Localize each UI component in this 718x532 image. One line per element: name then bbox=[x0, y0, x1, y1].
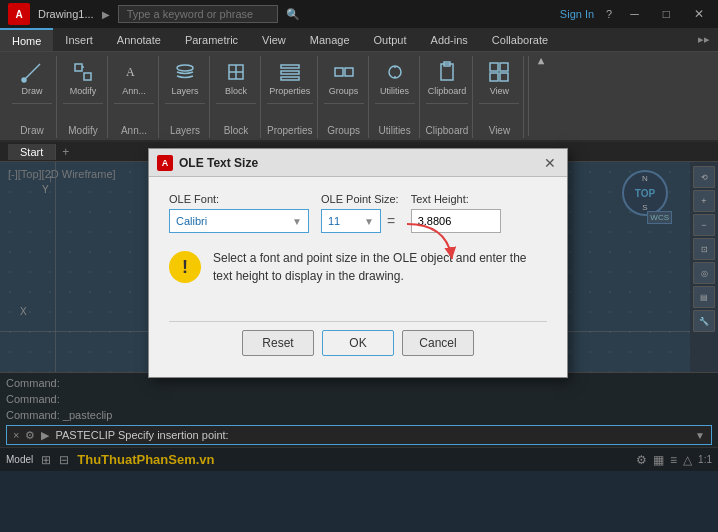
sidebar-btn-7[interactable]: 🔧 bbox=[693, 310, 715, 332]
annotate-button[interactable]: A Ann... bbox=[114, 56, 154, 100]
cmd-search-icon: ▶ bbox=[41, 429, 49, 442]
tab-manage[interactable]: Manage bbox=[298, 28, 362, 51]
title-arrow: ▶ bbox=[102, 9, 110, 20]
status-bar: Model ⊞ ⊟ ThuThuatPhanSem.vn ⚙ ▦ ≡ △ 1:1 bbox=[0, 447, 718, 471]
watermark: ThuThuatPhanSem.vn bbox=[77, 452, 214, 467]
annotate-label: Ann... bbox=[121, 125, 147, 138]
ribbon-overflow-icon[interactable]: ▸▸ bbox=[698, 33, 710, 46]
status-icon-2[interactable]: ▦ bbox=[653, 453, 664, 467]
signin-link[interactable]: Sign In bbox=[560, 8, 594, 20]
ole-point-size-value: 11 bbox=[328, 215, 340, 227]
sidebar-btn-5[interactable]: ◎ bbox=[693, 262, 715, 284]
info-icon: ! bbox=[169, 251, 201, 283]
status-snap-icon[interactable]: ⊟ bbox=[59, 453, 69, 467]
dialog-close-button[interactable]: ✕ bbox=[541, 154, 559, 172]
draw-button[interactable]: Draw bbox=[12, 56, 52, 100]
command-area: Command: Command: Command: _pasteclip × … bbox=[0, 372, 718, 447]
reset-button[interactable]: Reset bbox=[242, 330, 314, 356]
tab-start[interactable]: Start bbox=[8, 144, 56, 160]
dialog-fields-row: OLE Font: Calibri ▼ OLE Point Size: 11 ▼… bbox=[169, 193, 547, 233]
tab-annotate[interactable]: Annotate bbox=[105, 28, 173, 51]
text-height-group: Text Height: bbox=[411, 193, 501, 233]
cancel-button[interactable]: Cancel bbox=[402, 330, 474, 356]
ribbon-group-draw: Draw Draw bbox=[8, 56, 57, 138]
status-grid-icon[interactable]: ⊞ bbox=[41, 453, 51, 467]
draw-label: Draw bbox=[20, 125, 43, 138]
ole-point-size-group: OLE Point Size: 11 ▼ = bbox=[321, 193, 399, 233]
svg-line-0 bbox=[24, 64, 40, 80]
cmd-label-3: Command: _pasteclip bbox=[6, 409, 112, 421]
view-button[interactable]: View bbox=[479, 56, 519, 100]
properties-button[interactable]: Properties bbox=[270, 56, 310, 100]
block-label: Block bbox=[224, 125, 248, 138]
sidebar-btn-6[interactable]: ▤ bbox=[693, 286, 715, 308]
utilities-button[interactable]: Utilities bbox=[375, 56, 415, 100]
svg-rect-11 bbox=[281, 71, 299, 74]
cmd-label-1: Command: bbox=[6, 377, 60, 389]
tab-view[interactable]: View bbox=[250, 28, 298, 51]
info-text: Select a font and point size in the OLE … bbox=[213, 249, 547, 285]
sidebar-btn-4[interactable]: ⊡ bbox=[693, 238, 715, 260]
svg-point-1 bbox=[22, 78, 26, 82]
help-icon[interactable]: ? bbox=[606, 8, 612, 20]
dialog-logo: A bbox=[157, 155, 173, 171]
equals-sign: = bbox=[387, 213, 395, 229]
block-button[interactable]: Block bbox=[216, 56, 256, 100]
title-bar-right: Sign In ? ─ □ ✕ bbox=[560, 7, 710, 21]
sidebar-btn-2[interactable]: + bbox=[693, 190, 715, 212]
clipboard-label: Clipboard bbox=[426, 125, 469, 138]
tab-collaborate[interactable]: Collaborate bbox=[480, 28, 560, 51]
layers-button[interactable]: Layers bbox=[165, 56, 205, 100]
sidebar-btn-3[interactable]: − bbox=[693, 214, 715, 236]
title-bar-left: A Drawing1... ▶ 🔍 bbox=[8, 3, 300, 25]
cmd-label-2: Command: bbox=[6, 393, 60, 405]
command-input-bar: × ⚙ ▶ PASTECLIP Specify insertion point:… bbox=[6, 425, 712, 445]
svg-rect-3 bbox=[84, 73, 91, 80]
dialog-ole-text-size: A OLE Text Size ✕ OLE Font: Calibri ▼ OL… bbox=[148, 148, 568, 378]
text-height-label: Text Height: bbox=[411, 193, 501, 205]
tab-home[interactable]: Home bbox=[0, 28, 53, 51]
new-tab-icon[interactable]: + bbox=[56, 145, 75, 159]
status-model[interactable]: Model bbox=[6, 454, 33, 465]
svg-rect-20 bbox=[490, 63, 498, 71]
command-line-3: Command: _pasteclip bbox=[6, 407, 712, 423]
search-input[interactable] bbox=[118, 5, 278, 23]
ribbon-group-modify: Modify Modify bbox=[59, 56, 108, 138]
sidebar-btn-1[interactable]: ⟲ bbox=[693, 166, 715, 188]
modify-button[interactable]: Modify bbox=[63, 56, 103, 100]
groups-button[interactable]: Groups bbox=[324, 56, 364, 100]
ribbon-tabs: Home Insert Annotate Parametric View Man… bbox=[0, 28, 718, 52]
groups-label: Groups bbox=[327, 125, 360, 138]
ribbon-group-groups: Groups Groups bbox=[320, 56, 369, 138]
minimize-button[interactable]: ─ bbox=[624, 7, 645, 21]
compass-n: N bbox=[642, 174, 648, 183]
cmd-input-text[interactable]: PASTECLIP Specify insertion point: bbox=[55, 429, 689, 441]
text-height-input[interactable] bbox=[411, 209, 501, 233]
tab-parametric[interactable]: Parametric bbox=[173, 28, 250, 51]
ok-button[interactable]: OK bbox=[322, 330, 394, 356]
tab-insert[interactable]: Insert bbox=[53, 28, 105, 51]
ole-font-select[interactable]: Calibri ▼ bbox=[169, 209, 309, 233]
status-right: ⚙ ▦ ≡ △ 1:1 bbox=[636, 453, 712, 467]
status-icon-3[interactable]: ≡ bbox=[670, 453, 677, 467]
status-icon-1[interactable]: ⚙ bbox=[636, 453, 647, 467]
dialog-info: ! Select a font and point size in the OL… bbox=[169, 249, 547, 285]
svg-rect-21 bbox=[500, 63, 508, 71]
svg-point-6 bbox=[177, 65, 193, 71]
svg-text:A: A bbox=[126, 65, 135, 79]
dialog-titlebar: A OLE Text Size ✕ bbox=[149, 149, 567, 177]
tab-output[interactable]: Output bbox=[362, 28, 419, 51]
status-icon-4[interactable]: △ bbox=[683, 453, 692, 467]
maximize-button[interactable]: □ bbox=[657, 7, 676, 21]
cmd-prompt-icon: × bbox=[13, 429, 19, 441]
ribbon-group-annotate: A Ann... Ann... bbox=[110, 56, 159, 138]
status-zoom: 1:1 bbox=[698, 454, 712, 465]
ole-point-size-select[interactable]: 11 ▼ bbox=[321, 209, 381, 233]
close-button[interactable]: ✕ bbox=[688, 7, 710, 21]
clipboard-button[interactable]: Clipboard bbox=[427, 56, 467, 100]
ole-font-dropdown-icon: ▼ bbox=[292, 216, 302, 227]
ole-font-value: Calibri bbox=[176, 215, 207, 227]
tab-addins[interactable]: Add-ins bbox=[419, 28, 480, 51]
autocad-logo: A bbox=[8, 3, 30, 25]
dialog-buttons: Reset OK Cancel bbox=[169, 321, 547, 360]
